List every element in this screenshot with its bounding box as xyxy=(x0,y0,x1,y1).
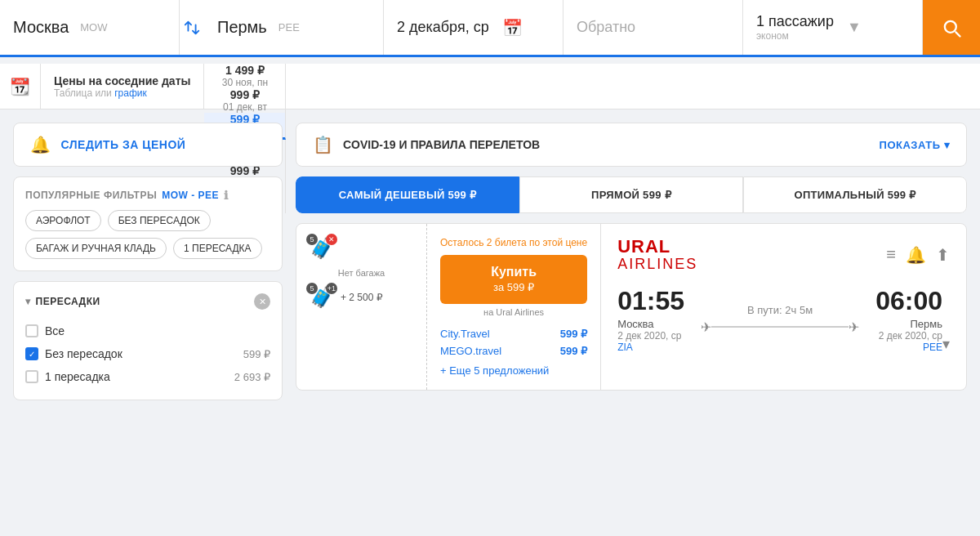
baggage1-label: Нет багажа xyxy=(310,268,413,278)
transfer-price-1: 599 ₽ xyxy=(243,348,270,360)
dest-field[interactable]: Пермь PEE xyxy=(204,0,384,55)
plane-right-icon: ✈ xyxy=(849,319,859,335)
dest-city: Пермь xyxy=(217,18,267,37)
filters-route: MOW - PEE xyxy=(162,190,219,201)
offer-row-1: MEGO.travel 599 ₽ xyxy=(440,342,587,360)
airline-header: URAL AIRLINES ≡ 🔔 ⬆ xyxy=(617,237,950,273)
main-content: 🔔 СЛЕДИТЬ ЗА ЦЕНОЙ ПОПУЛЯРНЫЕ ФИЛЬТРЫ MO… xyxy=(0,109,980,413)
passengers-field[interactable]: 1 пассажир эконом ▼ xyxy=(743,0,923,55)
ticket-price-section: Осталось 2 билета по этой цене Купить за… xyxy=(427,224,601,390)
transfers-title: ▾ ПЕРЕСАДКИ xyxy=(25,296,100,307)
price-cell-1[interactable]: 999 ₽01 дек, вт xyxy=(204,88,286,113)
search-button[interactable] xyxy=(923,0,980,55)
calendar-icon: 📅 xyxy=(502,18,523,38)
document-icon: 📋 xyxy=(313,135,333,154)
arrive-date: 2 дек 2020, ср xyxy=(875,330,942,342)
sidebar: 🔔 СЛЕДИТЬ ЗА ЦЕНОЙ ПОПУЛЯРНЫЕ ФИЛЬТРЫ MO… xyxy=(13,123,283,400)
more-offers[interactable]: + Еще 5 предложений xyxy=(440,364,587,377)
filters-section: ПОПУЛЯРНЫЕ ФИЛЬТРЫ MOW - PEE ℹ АЭРОФЛОТБ… xyxy=(13,176,283,271)
filter-tag-3[interactable]: 1 ПЕРЕСАДКА xyxy=(173,238,262,259)
calendar-grid-icon[interactable]: 📆 xyxy=(0,64,41,109)
transfer-price-2: 2 693 ₽ xyxy=(234,371,270,383)
transfers-section: ▾ ПЕРЕСАДКИ ✕ Все Без пересадок 599 ₽ 1 … xyxy=(13,281,283,400)
transfer-option-2: 1 пересадка 2 693 ₽ xyxy=(25,365,270,388)
price-bar-title: Цены на соседние даты xyxy=(54,74,190,87)
swap-button[interactable] xyxy=(180,0,204,55)
show-covid-button[interactable]: ПОКАЗАТЬ ▾ xyxy=(880,139,950,151)
sort-tab-1[interactable]: ПРЯМОЙ 599 ₽ xyxy=(519,176,743,213)
offer-name-0[interactable]: City.Travel xyxy=(440,328,490,340)
return-date-field[interactable]: Обратно xyxy=(564,0,743,55)
airline-name-bottom: AIRLINES xyxy=(617,257,697,273)
departure-date-field[interactable]: 2 декабря, ср 📅 xyxy=(384,0,564,55)
sort-tabs: САМЫЙ ДЕШЕВЫЙ 599 ₽ПРЯМОЙ 599 ₽ОПТИМАЛЬН… xyxy=(296,176,967,213)
ticket-left: 5 🧳 ✕ Нет багажа 5 🧳 +1 + 2 500 ₽ xyxy=(296,224,427,390)
path-line: ✈ ✈ xyxy=(701,319,859,335)
bell-icon: 🔔 xyxy=(30,135,51,154)
arrive-time: 06:00 xyxy=(875,286,942,316)
depart-time: 01:55 xyxy=(617,286,684,316)
list-icon[interactable]: ≡ xyxy=(886,245,896,264)
origin-iata: MOW xyxy=(80,21,107,34)
clear-transfers-button[interactable]: ✕ xyxy=(254,293,270,310)
passengers-count: 1 пассажир xyxy=(756,13,834,30)
offer-rows: City.Travel 599 ₽ MEGO.travel 599 ₽ xyxy=(440,325,587,360)
chevron-left-icon: ▾ xyxy=(25,296,31,307)
checkbox-1[interactable] xyxy=(25,347,38,360)
airline-name-top: URAL xyxy=(617,237,697,257)
airline-logo: URAL AIRLINES xyxy=(617,237,697,273)
no-baggage-icon: ✕ xyxy=(326,234,337,245)
info-icon: ℹ xyxy=(224,189,229,202)
price-bar-label: Цены на соседние даты Таблица или график xyxy=(41,64,204,109)
track-price-label: СЛЕДИТЬ ЗА ЦЕНОЙ xyxy=(61,138,186,151)
price-calendar-bar: 📆 Цены на соседние даты Таблица или граф… xyxy=(0,64,980,109)
right-content: 📋 COVID-19 И ПРАВИЛА ПЕРЕЛЕТОВ ПОКАЗАТЬ … xyxy=(296,123,967,400)
action-icons: ≡ 🔔 ⬆ xyxy=(886,245,950,265)
remaining-tickets: Осталось 2 билета по этой цене xyxy=(440,237,587,248)
path-divider xyxy=(711,326,849,328)
expand-button[interactable]: ▾ xyxy=(942,335,950,353)
ticket-right: URAL AIRLINES ≡ 🔔 ⬆ 01:55 Москва xyxy=(601,224,966,390)
track-price-button[interactable]: 🔔 СЛЕДИТЬ ЗА ЦЕНОЙ xyxy=(13,123,283,167)
transfers-header: ▾ ПЕРЕСАДКИ ✕ xyxy=(25,293,270,310)
alert-bell-icon[interactable]: 🔔 xyxy=(906,245,926,265)
plane-left-icon: ✈ xyxy=(701,319,711,335)
departure-date: 2 декабря, ср xyxy=(397,19,489,36)
offer-name-1[interactable]: MEGO.travel xyxy=(440,345,501,357)
covid-bar: 📋 COVID-19 И ПРАВИЛА ПЕРЕЛЕТОВ ПОКАЗАТЬ … xyxy=(296,123,967,167)
baggage-row: 5 🧳 ✕ xyxy=(310,237,413,260)
offer-price-0: 599 ₽ xyxy=(560,328,587,340)
flight-duration: В пути: 2ч 5м xyxy=(747,304,813,316)
origin-city: Москва xyxy=(13,18,69,37)
arrive-city: Пермь xyxy=(875,318,942,330)
baggage2-price: + 2 500 ₽ xyxy=(341,292,383,303)
covid-info: 📋 COVID-19 И ПРАВИЛА ПЕРЕЛЕТОВ xyxy=(313,135,540,154)
travel-class: эконом xyxy=(756,30,834,42)
transfer-label-1: Без пересадок xyxy=(45,347,122,360)
buy-button[interactable]: Купить за 599 ₽ xyxy=(440,255,587,304)
filter-tag-0[interactable]: АЭРОФЛОТ xyxy=(25,210,101,231)
share-icon[interactable]: ⬆ xyxy=(936,245,950,265)
baggage1-icon-wrap: 5 🧳 ✕ xyxy=(310,237,334,260)
depart-iata: ZIA xyxy=(617,342,684,353)
checkbox-0[interactable] xyxy=(25,324,38,337)
flight-card-top: 5 🧳 ✕ Нет багажа 5 🧳 +1 + 2 500 ₽ xyxy=(296,224,966,390)
graph-link[interactable]: график xyxy=(114,87,147,99)
transfer-label-0: Все xyxy=(45,324,65,337)
price-cell-0[interactable]: 1 499 ₽30 ноя, пн xyxy=(204,64,286,88)
return-placeholder: Обратно xyxy=(577,19,635,36)
sort-tab-2[interactable]: ОПТИМАЛЬНЫЙ 599 ₽ xyxy=(743,176,967,213)
transfer-label-2: 1 пересадка xyxy=(45,370,110,383)
price-bar-links: Таблица или график xyxy=(54,87,190,99)
transfer-option-1: Без пересадок 599 ₽ xyxy=(25,342,270,365)
baggage2-count: 5 xyxy=(306,283,318,294)
filter-tag-2[interactable]: БАГАЖ И РУЧНАЯ КЛАДЬ xyxy=(25,238,167,259)
filter-tag-1[interactable]: БЕЗ ПЕРЕСАДОК xyxy=(108,210,211,231)
dest-iata: PEE xyxy=(278,21,300,34)
checkbox-2[interactable] xyxy=(25,370,38,383)
origin-field[interactable]: Москва MOW xyxy=(0,0,180,55)
sort-tab-0[interactable]: САМЫЙ ДЕШЕВЫЙ 599 ₽ xyxy=(296,176,519,213)
depart-city: Москва xyxy=(617,318,684,330)
flight-path: В пути: 2ч 5м ✈ ✈ xyxy=(684,304,875,335)
price-cells-container: 1 499 ₽30 ноя, пн999 ₽01 дек, вт599 ₽02 … xyxy=(204,64,286,109)
